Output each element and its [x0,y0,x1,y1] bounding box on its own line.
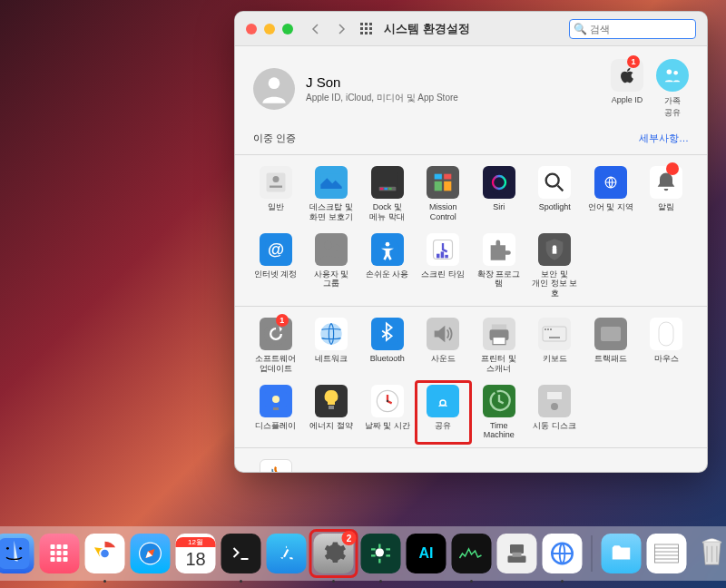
dock-downloads[interactable] [602,534,642,573]
dock-app-5[interactable] [543,534,583,573]
siri-icon [483,166,515,199]
dock-trash[interactable] [692,534,727,573]
pref-users[interactable]: 사용자 및 그룹 [306,231,358,300]
pref-startup[interactable]: 시동 디스크 [529,383,582,443]
account-text: J Son Apple ID, iCloud, 미디어 및 App Store [306,74,458,104]
details-link[interactable]: 세부사항… [639,132,689,145]
back-button[interactable] [306,19,326,39]
maximize-button[interactable] [282,24,293,34]
system-preferences-window: 시스템 환경설정 🔍 J Son Apple ID, iCloud, 미디어 및… [234,11,708,473]
pref-label: 인터넷 계정 [254,270,298,288]
running-indicator [561,580,564,583]
pref-sound[interactable]: 사운드 [417,316,470,376]
svg-rect-14 [270,186,282,188]
avatar[interactable] [253,68,295,110]
pref-datetime[interactable]: 날짜 및 시간 [361,383,414,443]
pref-lang[interactable]: 언어 및 지역 [584,164,637,224]
pref-dock[interactable]: Dock 및 메뉴 막대 [361,164,414,224]
grid-view-button[interactable] [357,19,377,39]
pref-network[interactable]: 네트워크 [306,316,358,376]
pref-trackpad[interactable]: 트랙패드 [584,316,637,376]
pref-siri[interactable]: Siri [473,164,525,224]
search-input[interactable] [569,19,696,39]
dock-app-4[interactable] [497,534,537,573]
dock-finder[interactable] [0,534,34,573]
pref-security[interactable]: 보안 및 개인 정보 보호 [529,231,582,300]
traffic-lights [246,24,293,34]
pref-display[interactable]: 디스플레이 [250,383,302,443]
dock-appstore[interactable] [267,534,307,573]
titlebar: 시스템 환경설정 🔍 [235,12,707,46]
dock-system-preferences[interactable]: 2 [314,534,354,573]
pref-screentime[interactable]: 스크린 타임 [417,231,470,300]
svg-rect-24 [435,181,442,191]
keyboard-icon [538,318,571,350]
pref-label: 에너지 절약 [309,421,353,439]
pref-bt[interactable]: Bluetooth [361,316,414,376]
calendar-day: 18 [185,547,205,571]
family-sharing-button[interactable]: 가족 공유 [656,59,689,119]
dock-app-2[interactable]: AI [407,534,446,573]
svg-point-70 [6,547,9,550]
dock-calendar[interactable]: 12월 18 [176,534,216,573]
running-indicator [379,580,382,583]
family-label: 가족 공유 [664,95,681,119]
pref-label: Time Machine [484,421,515,441]
pref-tm[interactable]: Time Machine [473,383,525,443]
spotlight-icon [538,166,571,199]
minimize-button[interactable] [264,24,275,34]
dock-safari[interactable] [131,534,171,573]
svg-rect-8 [369,32,372,34]
svg-rect-74 [64,544,68,549]
pref-update[interactable]: 1소프트웨어 업데이트 [250,316,302,376]
pref-notif[interactable]: 알림 [641,164,693,224]
svg-rect-89 [513,553,522,557]
security-icon [538,233,571,266]
access-icon [371,233,404,266]
pref-mouse[interactable]: 마우스 [641,316,693,376]
pref-ext[interactable]: 확장 프로그램 [473,231,525,300]
svg-rect-67 [547,392,562,399]
pref-desktop[interactable]: 데스크탑 및 화면 보호기 [306,164,358,224]
pref-label: 일반 [268,202,284,220]
running-indicator [470,580,473,583]
pref-label: 데스크탑 및 화면 보호기 [309,202,353,222]
dock-app-6[interactable] [647,534,687,573]
apple-id-button[interactable]: Apple ID 1 [611,59,643,119]
pref-sharing[interactable]: 공유 [415,380,473,446]
svg-rect-76 [57,551,62,555]
dock-app-1[interactable] [361,534,401,573]
close-button[interactable] [246,24,257,34]
pref-internet[interactable]: @인터넷 계정 [250,231,302,300]
notif-icon [650,166,682,199]
pref-label: 보안 및 개인 정보 보호 [531,270,580,299]
pref-mission[interactable]: Mission Control [417,164,470,224]
svg-point-86 [376,548,384,556]
dock-launchpad[interactable] [40,534,80,573]
running-indicator [332,580,335,583]
pref-java[interactable]: Java [250,457,302,473]
dock-app-3[interactable] [452,534,492,573]
pref-spotlight[interactable]: Spotlight [529,164,582,224]
pref-label: 소프트웨어 업데이트 [255,354,296,374]
pref-keyboard[interactable]: 키보드 [529,316,582,376]
mouse-icon [650,318,682,350]
lang-icon [594,166,627,199]
energy-icon [315,385,348,417]
dock-chrome[interactable] [85,534,125,573]
pref-general[interactable]: 일반 [250,164,302,224]
forward-button[interactable] [331,19,351,39]
pref-access[interactable]: 손쉬운 사용 [361,231,414,300]
svg-rect-87 [510,544,524,554]
pref-energy[interactable]: 에너지 절약 [306,383,358,443]
pref-printer[interactable]: 프린터 및 스캐너 [473,316,525,376]
pref-label: 확장 프로그램 [475,270,524,289]
network-icon [315,318,348,350]
svg-rect-1 [365,23,368,25]
svg-rect-80 [64,557,68,562]
svg-point-34 [324,240,332,249]
dock-terminal[interactable] [221,534,261,573]
pref-label: 디스플레이 [255,421,296,439]
svg-rect-23 [444,174,451,180]
pref-label: Siri [493,202,505,220]
